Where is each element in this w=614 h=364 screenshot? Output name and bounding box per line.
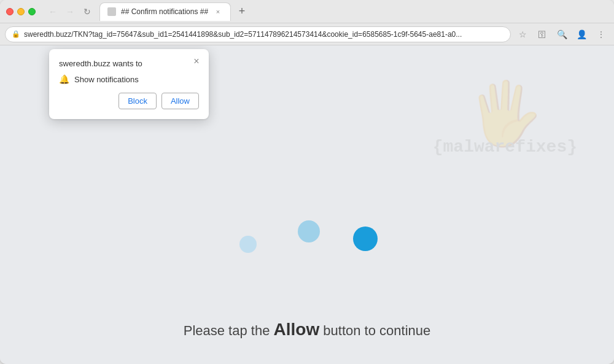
dot-1	[239, 236, 257, 253]
dot-2	[298, 220, 320, 242]
tab-close-button[interactable]: ×	[213, 7, 223, 17]
bookmark-button[interactable]: ☆	[515, 26, 530, 42]
webpage: 🖐 {malwarefixes} Please tap the Allow bu…	[0, 45, 614, 364]
new-tab-button[interactable]: +	[233, 3, 251, 20]
password-button[interactable]: ⚿	[534, 26, 550, 42]
instruction-highlight: Allow	[274, 320, 320, 339]
search-lens-button[interactable]: 🔍	[554, 26, 570, 42]
account-icon: 👤	[577, 29, 587, 39]
allow-button[interactable]: Allow	[161, 93, 199, 109]
browser-window: ← → ↻ ## Confirm notifications ## × + 🔒 …	[0, 0, 614, 364]
account-button[interactable]: 👤	[573, 26, 589, 42]
block-button[interactable]: Block	[119, 93, 157, 109]
instruction-prefix: Please tap the	[184, 323, 270, 338]
menu-button[interactable]: ⋮	[593, 26, 609, 42]
forward-button[interactable]: →	[63, 4, 77, 19]
refresh-button[interactable]: ↻	[80, 4, 95, 19]
url-display: sweredth.buzz/TKN?tag_id=75647&sub_id1=2…	[24, 30, 504, 39]
brand-watermark: 🖐 {malwarefixes}	[433, 82, 577, 157]
active-tab[interactable]: ## Confirm notifications ## ×	[99, 2, 231, 21]
title-bar: ← → ↻ ## Confirm notifications ## × +	[0, 0, 614, 23]
popup-item: 🔔 Show notifications	[59, 74, 199, 84]
key-icon: ⚿	[538, 29, 546, 39]
address-input-wrap[interactable]: 🔒 sweredth.buzz/TKN?tag_id=75647&sub_id1…	[5, 26, 511, 42]
tab-favicon	[107, 7, 116, 16]
traffic-lights	[6, 8, 36, 15]
page-instruction: Please tap the Allow button to continue	[0, 320, 614, 339]
search-icon: 🔍	[557, 29, 567, 39]
lock-icon: 🔒	[12, 30, 20, 38]
instruction-suffix: button to continue	[323, 323, 430, 338]
bell-icon: 🔔	[59, 74, 69, 84]
address-bar: 🔒 sweredth.buzz/TKN?tag_id=75647&sub_id1…	[0, 23, 614, 45]
star-icon: ☆	[519, 29, 527, 39]
nav-buttons: ← → ↻	[45, 4, 95, 19]
close-window-button[interactable]	[6, 8, 14, 15]
notification-popup: sweredth.buzz wants to × 🔔 Show notifica…	[49, 49, 209, 119]
dot-3	[353, 227, 378, 251]
hand-icon: 🖐	[467, 82, 543, 144]
popup-close-button[interactable]: ×	[190, 55, 203, 68]
menu-icon: ⋮	[597, 29, 605, 39]
maximize-window-button[interactable]	[28, 8, 36, 15]
popup-buttons: Block Allow	[59, 93, 199, 109]
popup-item-text: Show notifications	[74, 75, 139, 84]
brand-text: {malwarefixes}	[433, 137, 577, 157]
back-button[interactable]: ←	[45, 4, 60, 19]
minimize-window-button[interactable]	[17, 8, 25, 15]
popup-title: sweredth.buzz wants to	[59, 59, 199, 68]
tab-bar: ## Confirm notifications ## × +	[99, 2, 608, 21]
tab-title: ## Confirm notifications ##	[121, 7, 208, 16]
